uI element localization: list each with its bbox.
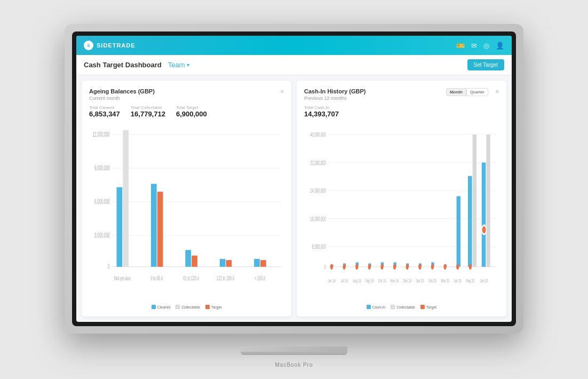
svg-rect-16 bbox=[220, 259, 226, 267]
total-collectable-stat: Total Collectable 16,779,712 bbox=[131, 105, 165, 118]
team-selector[interactable]: Team ▾ bbox=[168, 61, 190, 69]
ageing-legend: Cleared Collectable Target bbox=[89, 305, 284, 309]
svg-point-54 bbox=[431, 264, 434, 270]
cashin-collectable-dot bbox=[391, 305, 395, 309]
period-buttons: Month Quarter bbox=[446, 88, 488, 96]
team-label: Team bbox=[168, 61, 185, 69]
user-icon[interactable]: 👤 bbox=[496, 42, 504, 50]
cashin-legend-label: Cash-In bbox=[372, 305, 386, 309]
svg-rect-19 bbox=[260, 260, 266, 267]
cashin-history-card: Cash-In History (GBP) Previous 12 months… bbox=[297, 81, 506, 317]
svg-rect-57 bbox=[457, 196, 461, 267]
logo-text: SIDETRADE bbox=[97, 42, 136, 49]
set-target-button[interactable]: Set Target bbox=[467, 59, 504, 70]
legend-cashin-target: Target bbox=[420, 305, 436, 309]
cashin-collectable-label: Collectable bbox=[396, 305, 415, 309]
nav-icons: 🎫 ✉ ◎ 👤 bbox=[456, 42, 504, 50]
ageing-card-subtitle: Current month bbox=[89, 96, 284, 101]
total-cashin-label: Total Cash-In bbox=[304, 105, 339, 110]
ageing-chart: 12,000,000 9,000,000 6,000,000 3,000,000… bbox=[89, 123, 284, 303]
total-cleared-stat: Total Cleared 6,853,347 bbox=[89, 105, 120, 118]
collectable-dot bbox=[176, 305, 180, 309]
mail-icon[interactable]: ✉ bbox=[471, 42, 477, 50]
logo-area: S SIDETRADE bbox=[84, 41, 136, 50]
location-icon[interactable]: ◎ bbox=[483, 42, 489, 50]
chevron-down-icon: ▾ bbox=[187, 62, 189, 68]
ticket-icon[interactable]: 🎫 bbox=[456, 42, 465, 50]
svg-point-42 bbox=[355, 264, 358, 270]
svg-text:61 to 120 d: 61 to 120 d bbox=[183, 275, 199, 282]
legend-cashin: Cash-In bbox=[367, 305, 386, 309]
total-collectable-label: Total Collectable bbox=[131, 105, 165, 110]
svg-rect-63 bbox=[486, 135, 490, 267]
svg-text:0: 0 bbox=[108, 263, 110, 271]
svg-point-56 bbox=[443, 264, 446, 270]
ageing-card-inner: Ageing Balances (GBP) Current month ≡ To… bbox=[89, 88, 284, 309]
target-dot bbox=[205, 305, 210, 309]
svg-text:> 180 d: > 180 d bbox=[255, 275, 265, 282]
cashin-chart-svg: 40,000,000 32,000,000 24,000,000 16,000,… bbox=[304, 123, 499, 303]
legend-cashin-collectable: Collectable bbox=[391, 305, 415, 309]
total-target-value: 6,900,000 bbox=[176, 110, 207, 118]
svg-text:Nov 19: Nov 19 bbox=[391, 278, 399, 283]
laptop-frame: S SIDETRADE 🎫 ✉ ◎ 👤 Cash Target Dashboar… bbox=[65, 24, 523, 355]
svg-text:3,000,000: 3,000,000 bbox=[94, 232, 110, 239]
svg-text:Jul 19: Jul 19 bbox=[341, 278, 348, 283]
svg-point-52 bbox=[418, 264, 421, 270]
sidetrade-logo-icon: S bbox=[84, 41, 93, 50]
svg-point-46 bbox=[380, 264, 383, 270]
svg-point-61 bbox=[469, 264, 472, 270]
svg-point-44 bbox=[368, 264, 371, 270]
svg-text:Apr 20: Apr 20 bbox=[454, 278, 462, 283]
svg-rect-13 bbox=[157, 192, 163, 267]
svg-text:6,000,000: 6,000,000 bbox=[94, 198, 110, 206]
laptop-foot bbox=[241, 352, 347, 355]
svg-text:8,000,000: 8,000,000 bbox=[312, 243, 326, 250]
svg-text:Not-yet-due: Not-yet-due bbox=[114, 275, 131, 282]
ageing-chart-svg: 12,000,000 9,000,000 6,000,000 3,000,000… bbox=[89, 123, 284, 303]
legend-collectable: Collectable bbox=[176, 305, 200, 309]
svg-text:24,000,000: 24,000,000 bbox=[310, 187, 326, 194]
svg-text:Mar 20: Mar 20 bbox=[441, 278, 449, 283]
svg-text:0 to 60 d: 0 to 60 d bbox=[150, 275, 163, 282]
laptop-bottom bbox=[241, 346, 347, 355]
main-content: Ageing Balances (GBP) Current month ≡ To… bbox=[76, 75, 512, 322]
svg-text:Feb 20: Feb 20 bbox=[428, 278, 436, 283]
svg-rect-59 bbox=[468, 176, 472, 267]
cleared-label: Cleared bbox=[157, 305, 171, 309]
total-cleared-label: Total Cleared bbox=[89, 105, 120, 110]
svg-text:121 to 180 d: 121 to 180 d bbox=[217, 275, 234, 282]
ageing-stats-row: Total Cleared 6,853,347 Total Collectabl… bbox=[89, 105, 284, 118]
svg-rect-10 bbox=[117, 187, 123, 267]
cashin-card-subtitle: Previous 12 months bbox=[304, 96, 499, 101]
cashin-card-inner: Cash-In History (GBP) Previous 12 months… bbox=[304, 88, 499, 309]
target-label: Target bbox=[211, 305, 221, 309]
svg-rect-62 bbox=[482, 163, 486, 267]
page-title: Cash Target Dashboard bbox=[84, 61, 162, 69]
cashin-menu-icon[interactable]: ≡ bbox=[496, 88, 499, 94]
ageing-menu-icon[interactable]: ≡ bbox=[281, 88, 284, 94]
svg-rect-12 bbox=[151, 184, 157, 266]
svg-text:Jan 20: Jan 20 bbox=[416, 278, 424, 283]
svg-point-40 bbox=[343, 264, 345, 270]
svg-text:0: 0 bbox=[324, 264, 326, 271]
quarter-button[interactable]: Quarter bbox=[466, 88, 488, 96]
svg-rect-11 bbox=[123, 130, 129, 267]
svg-text:32,000,000: 32,000,000 bbox=[310, 160, 326, 167]
svg-rect-18 bbox=[254, 259, 260, 267]
ageing-card-title: Ageing Balances (GBP) bbox=[89, 88, 284, 94]
total-cleared-value: 6,853,347 bbox=[89, 110, 120, 118]
svg-text:9,000,000: 9,000,000 bbox=[94, 164, 110, 172]
screen-bezel: S SIDETRADE 🎫 ✉ ◎ 👤 Cash Target Dashboar… bbox=[72, 31, 516, 326]
svg-text:Jun 19: Jun 19 bbox=[328, 278, 336, 283]
svg-text:Oct 19: Oct 19 bbox=[378, 278, 386, 283]
cashin-dot bbox=[367, 305, 371, 309]
svg-text:Dec 19: Dec 19 bbox=[403, 278, 411, 283]
svg-rect-17 bbox=[226, 260, 232, 267]
svg-text:Jun 20: Jun 20 bbox=[480, 278, 488, 283]
svg-text:May 20: May 20 bbox=[466, 278, 474, 283]
svg-point-58 bbox=[456, 264, 459, 270]
total-target-stat: Total Target 6,900,000 bbox=[176, 105, 207, 118]
month-button[interactable]: Month bbox=[446, 88, 466, 96]
total-collectable-value: 16,779,712 bbox=[131, 110, 165, 118]
